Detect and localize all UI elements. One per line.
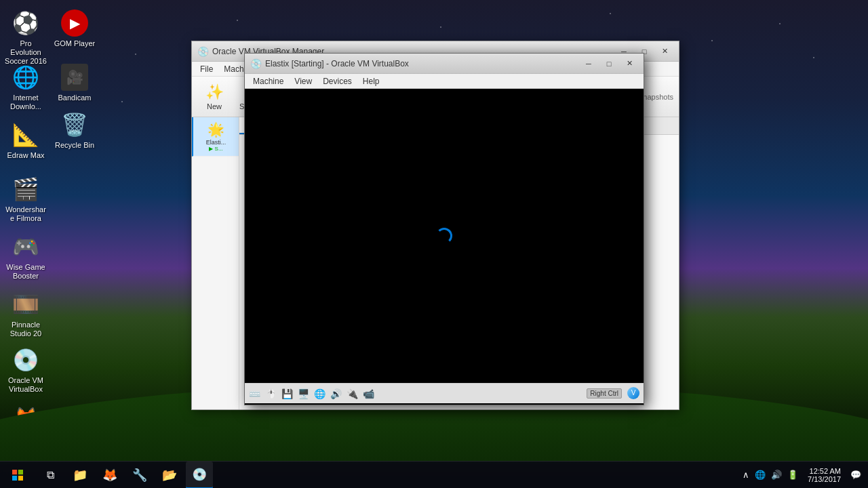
desktop-icon-firefox[interactable]: 🦊 Mozilla Firefox — [2, 402, 50, 455]
vm-menubar: Machine View Devices Help — [245, 74, 644, 89]
elastix-vm-status: ▶ S... — [209, 146, 222, 152]
status-storage-icon[interactable]: 💾 — [280, 387, 294, 401]
recyclebin-icon: 🗑️ — [61, 111, 88, 138]
desktop-icon-gomplayer[interactable]: ▶ GOM Player — [51, 7, 98, 51]
bandicam-label: Bandicam — [58, 94, 92, 102]
bandicam-icon: 🎥 — [61, 64, 88, 91]
vbox-manager-close-button[interactable]: ✕ — [656, 45, 673, 58]
edrawmax-label: Edraw Max — [7, 151, 44, 160]
taskbar-date-display: 7/13/2017 — [808, 475, 841, 483]
oraclevbox-label: Oracle VM VirtualBox — [5, 376, 47, 394]
file-explorer-icon: 📁 — [73, 468, 87, 483]
battery-tray-icon[interactable]: 🔋 — [786, 470, 800, 480]
taskbar-clock[interactable]: 12:52 AM 7/13/2017 — [802, 467, 846, 483]
firefox-taskbar-button[interactable]: 🦊 — [96, 462, 123, 489]
desktop-icon-wondershare[interactable]: 🎬 Wondershare Filmora — [2, 173, 50, 226]
svg-rect-0 — [12, 470, 17, 474]
wondershare-icon: 🎬 — [12, 176, 39, 203]
desktop-icon-pes2016[interactable]: ⚽ Pro Evolution Soccer 2016 — [2, 7, 50, 69]
vm-title-icon: 💿 — [250, 58, 261, 69]
right-ctrl-badge: Right Ctrl — [587, 388, 622, 399]
vm-title: Elastix [Starting] - Oracle VM VirtualBo… — [265, 59, 580, 68]
status-usb-icon[interactable]: 🔌 — [345, 387, 359, 401]
desktop-icon-recyclebin[interactable]: 🗑️ Recycle Bin — [51, 108, 98, 152]
vm-close-button[interactable]: ✕ — [620, 57, 638, 70]
vm-window: 💿 Elastix [Starting] - Oracle VM Virtual… — [244, 53, 644, 405]
pinnacle-label: Pinnacle Studio 20 — [5, 321, 47, 338]
desktop-icon-oraclevbox[interactable]: 💿 Oracle VM VirtualBox — [2, 344, 50, 396]
status-capture-icon[interactable]: 📹 — [361, 387, 375, 401]
svg-rect-1 — [18, 470, 23, 474]
wisegame-icon: 🎮 — [12, 233, 39, 260]
pinnacle-icon: 🎞️ — [12, 291, 39, 318]
internetdownload-icon: 🌐 — [12, 64, 39, 91]
vm-menu-view[interactable]: View — [289, 75, 317, 87]
vm-menu-machine[interactable]: Machine — [248, 75, 289, 87]
vm-list-item-elastix[interactable]: 🌟 Elasti... ▶ S... — [192, 117, 239, 157]
elastix-vm-icon: 🌟 — [208, 121, 224, 138]
desktop-icon-bandicam[interactable]: 🎥 Bandicam — [51, 61, 98, 105]
toolbar-new-button[interactable]: ✨ New — [197, 81, 231, 113]
status-keyboard-icon[interactable]: ⌨️ — [248, 387, 261, 401]
wisegame-label: Wise Game Booster — [5, 263, 47, 281]
control-panel-icon: 🔧 — [132, 468, 147, 483]
volume-tray-icon[interactable]: 🔊 — [770, 470, 783, 480]
vm-menu-help[interactable]: Help — [357, 75, 385, 87]
vbox-taskbar-button[interactable]: 💿 — [186, 462, 213, 489]
vm-window-controls: ─ □ ✕ — [580, 57, 638, 70]
status-mouse-icon[interactable]: 🖱️ — [264, 387, 277, 401]
recyclebin-label: Recycle Bin — [55, 141, 94, 150]
taskbar-tray: ∧ 🌐 🔊 🔋 12:52 AM 7/13/2017 💬 — [736, 462, 868, 489]
vm-titlebar[interactable]: 💿 Elastix [Starting] - Oracle VM Virtual… — [245, 54, 644, 74]
firefox-tb-icon: 🦊 — [102, 468, 117, 483]
svg-rect-2 — [12, 475, 17, 480]
svg-rect-3 — [18, 475, 23, 480]
oraclevbox-icon: 💿 — [12, 346, 39, 373]
vm-maximize-button[interactable]: □ — [600, 57, 618, 70]
start-button[interactable] — [1, 462, 34, 489]
status-audio-icon[interactable]: 🔊 — [329, 387, 342, 401]
firefox-label: Mozilla Firefox — [5, 434, 47, 452]
internetdownload-label: Internet Downlo... — [5, 94, 47, 111]
status-network-icon[interactable]: 🌐 — [313, 387, 326, 401]
files-button[interactable]: 📂 — [156, 462, 183, 489]
menu-file[interactable]: File — [195, 63, 218, 75]
vm-status-vbox-icon: V — [627, 387, 641, 401]
file-explorer-button[interactable]: 📁 — [66, 462, 94, 489]
vm-menu-devices[interactable]: Devices — [317, 75, 357, 87]
vm-minimize-button[interactable]: ─ — [580, 57, 597, 70]
taskview-button[interactable]: ⧉ — [37, 462, 64, 489]
new-icon: ✨ — [205, 83, 224, 101]
vbox-tb-icon: 💿 — [192, 467, 207, 482]
tray-expand-icon[interactable]: ∧ — [741, 470, 751, 480]
gomplayer-icon: ▶ — [61, 9, 88, 37]
desktop-icon-wisegame[interactable]: 🎮 Wise Game Booster — [2, 230, 50, 283]
new-label: New — [207, 102, 222, 110]
wondershare-label: Wondershare Filmora — [5, 205, 47, 223]
vbox-manager-title-icon: 💿 — [197, 46, 208, 57]
desktop-icon-edrawmax[interactable]: 📐 Edraw Max — [2, 119, 50, 163]
files-icon: 📂 — [162, 468, 177, 483]
desktop-icon-pinnacle[interactable]: 🎞️ Pinnacle Studio 20 — [2, 288, 50, 341]
network-tray-icon[interactable]: 🌐 — [753, 470, 767, 480]
loading-spinner — [436, 228, 452, 244]
taskbar: ⧉ 📁 🦊 🔧 📂 💿 ∧ 🌐 🔊 🔋 12:52 A — [0, 461, 868, 488]
pes2016-icon: ⚽ — [12, 9, 39, 37]
control-panel-button[interactable]: 🔧 — [126, 462, 153, 489]
status-display-icon[interactable]: 🖥️ — [296, 387, 310, 401]
taskbar-time-display: 12:52 AM — [808, 467, 841, 475]
desktop-icon-internetdownload[interactable]: 🌐 Internet Downlo... — [2, 61, 50, 114]
vm-statusbar: ⌨️ 🖱️ 💾 🖥️ 🌐 🔊 🔌 📹 Right Ctrl V — [245, 383, 644, 403]
taskview-icon: ⧉ — [47, 469, 54, 481]
vbox-sidebar: 🌟 Elasti... ▶ S... — [192, 117, 239, 409]
firefox-icon: 🦊 — [12, 405, 39, 432]
desktop: ⚽ Pro Evolution Soccer 2016 ▶ GOM Player… — [0, 0, 868, 488]
vm-screen — [245, 89, 644, 383]
edrawmax-icon: 📐 — [12, 121, 39, 148]
elastix-vm-name: Elasti... — [206, 139, 226, 146]
notification-icon[interactable]: 💬 — [849, 470, 863, 480]
gomplayer-label: GOM Player — [54, 39, 96, 48]
